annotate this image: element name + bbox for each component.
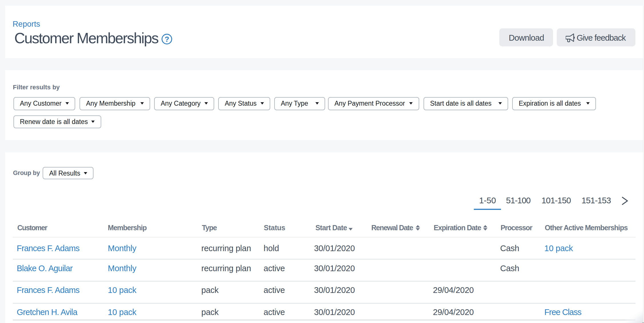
svg-text:?: ? (165, 35, 169, 44)
